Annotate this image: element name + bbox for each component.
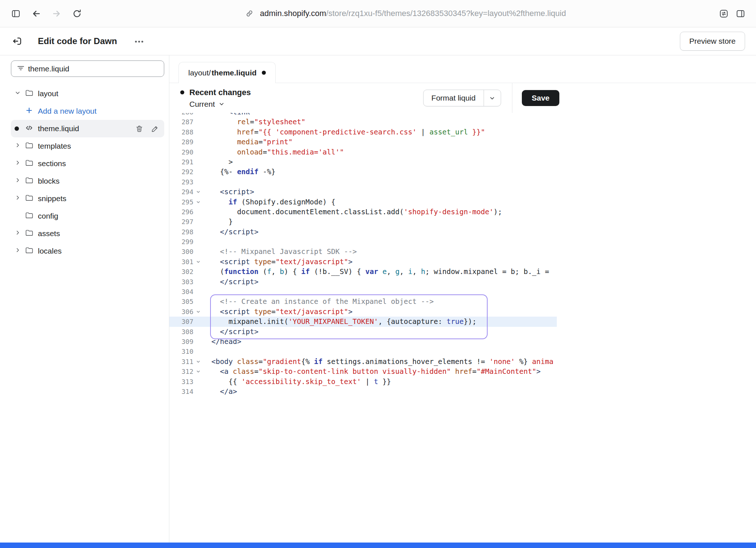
code-line-308[interactable]: 308 </script> — [169, 327, 557, 337]
sidebar-item-label: layout — [38, 89, 58, 98]
line-number: 313 — [169, 377, 193, 387]
code-line-295[interactable]: 295 if (Shopify.designMode) { — [169, 197, 557, 207]
extensions-icon[interactable] — [718, 8, 729, 19]
back-button[interactable] — [31, 8, 42, 19]
format-options-chevron[interactable] — [484, 90, 501, 106]
sidebar-toggle-icon[interactable] — [10, 8, 21, 19]
format-liquid-label: Format liquid — [424, 90, 484, 106]
gutter-spacer — [193, 137, 203, 147]
chevron-down-icon — [489, 95, 496, 102]
code-line-304[interactable]: 304 — [169, 287, 557, 297]
delete-file-button[interactable] — [135, 125, 143, 133]
sidebar-item-label: locales — [38, 247, 62, 255]
file-filter-box[interactable] — [11, 60, 164, 77]
rename-file-button[interactable] — [151, 125, 159, 133]
code-line-311[interactable]: 311 <body class="gradient{% if settings.… — [169, 357, 557, 367]
preview-store-button[interactable]: Preview store — [680, 32, 745, 51]
more-actions-button[interactable] — [134, 36, 145, 47]
gutter-spacer — [193, 247, 203, 257]
sidebar-item-layout[interactable]: layout — [11, 85, 164, 102]
tab-file-name: theme.liquid — [212, 68, 257, 77]
fold-toggle-icon[interactable] — [193, 357, 203, 367]
sidebar-item-sections[interactable]: sections — [11, 155, 164, 172]
gutter-spacer — [193, 297, 203, 306]
sidebar-item-theme-liquid[interactable]: theme.liquid — [11, 120, 164, 137]
format-liquid-button[interactable]: Format liquid — [423, 90, 501, 106]
fold-toggle-icon[interactable] — [193, 257, 203, 267]
tab-theme-liquid[interactable]: layout/theme.liquid — [178, 62, 276, 83]
code-line-306[interactable]: 306 <script type="text/javascript"> — [169, 307, 557, 317]
code-line-310[interactable]: 310 — [169, 347, 557, 356]
save-button[interactable]: Save — [522, 90, 559, 106]
fold-toggle-icon[interactable] — [193, 187, 203, 197]
code-line-293[interactable]: 293 — [169, 177, 557, 187]
code-file-icon — [25, 124, 34, 134]
exit-editor-button[interactable] — [11, 35, 23, 47]
chevron-down-icon[interactable] — [14, 89, 21, 98]
code-line-291[interactable]: 291 > — [169, 157, 557, 167]
line-number: 296 — [169, 207, 193, 217]
code-line-286[interactable]: 286 <link — [169, 113, 557, 117]
gutter-spacer — [193, 277, 203, 287]
code-line-307[interactable]: 307 mixpanel.init('YOUR_MIXPANEL_TOKEN',… — [169, 317, 557, 326]
chevron-right-icon[interactable] — [14, 141, 21, 151]
code-text: media="print" — [203, 137, 557, 147]
code-line-298[interactable]: 298 </script> — [169, 227, 557, 237]
code-line-301[interactable]: 301 <script type="text/javascript"> — [169, 257, 557, 267]
reload-button[interactable] — [71, 8, 82, 19]
code-line-313[interactable]: 313 {{ 'accessibility.skip_to_text' | t … — [169, 377, 557, 387]
chevron-right-icon[interactable] — [14, 229, 21, 238]
line-number: 287 — [169, 117, 193, 127]
code-line-292[interactable]: 292 {%- endif -%} — [169, 167, 557, 177]
code-line-305[interactable]: 305 <!-- Create an instance of the Mixpa… — [169, 297, 557, 306]
sidebar-item-assets[interactable]: assets — [11, 225, 164, 242]
line-number: 306 — [169, 307, 193, 317]
sidebar-item-snippets[interactable]: snippets — [11, 190, 164, 207]
code-line-296[interactable]: 296 document.documentElement.classList.a… — [169, 207, 557, 217]
page-title: Edit code for Dawn — [38, 36, 117, 46]
code-line-303[interactable]: 303 </script> — [169, 277, 557, 287]
fold-toggle-icon[interactable] — [193, 307, 203, 317]
code-line-300[interactable]: 300 <!-- Mixpanel Javascript SDK --> — [169, 247, 557, 257]
code-line-288[interactable]: 288 href="{{ 'component-predictive-searc… — [169, 127, 557, 137]
split-view-icon[interactable] — [735, 8, 746, 19]
line-number: 303 — [169, 277, 193, 287]
line-number: 297 — [169, 217, 193, 227]
sidebar-item-config[interactable]: config — [11, 207, 164, 225]
chevron-right-icon[interactable] — [14, 159, 21, 168]
fold-toggle-icon[interactable] — [193, 197, 203, 207]
version-dropdown[interactable]: Current — [180, 100, 423, 109]
sidebar-item-add-a-new-layout[interactable]: Add a new layout — [11, 102, 164, 120]
chevron-right-icon[interactable] — [14, 194, 21, 203]
folder-icon — [25, 141, 34, 152]
link-icon — [244, 8, 255, 19]
url-path: /store/rzq1xu-f5/themes/132683530345?key… — [326, 9, 566, 18]
code-line-309[interactable]: 309 </head> — [169, 337, 557, 347]
sidebar-item-blocks[interactable]: blocks — [11, 172, 164, 190]
sidebar-item-templates[interactable]: templates — [11, 137, 164, 155]
code-line-297[interactable]: 297 } — [169, 217, 557, 227]
code-line-299[interactable]: 299 — [169, 237, 557, 247]
code-line-287[interactable]: 287 rel="stylesheet" — [169, 117, 557, 127]
line-number: 311 — [169, 357, 193, 367]
code-line-289[interactable]: 289 media="print" — [169, 137, 557, 147]
sidebar-item-locales[interactable]: locales — [11, 242, 164, 260]
code-line-314[interactable]: 314 </a> — [169, 387, 557, 396]
chevron-right-icon[interactable] — [14, 176, 21, 186]
code-text: > — [203, 157, 557, 167]
unsaved-file-dot — [15, 126, 19, 131]
folder-icon — [25, 89, 34, 99]
forward-button[interactable] — [51, 8, 62, 19]
chevron-right-icon[interactable] — [14, 246, 21, 256]
code-line-290[interactable]: 290 onload="this.media='all'" — [169, 147, 557, 157]
code-line-302[interactable]: 302 (function (f, b) { if (!b.__SV) { va… — [169, 267, 557, 277]
file-sidebar: layoutAdd a new layouttheme.liquidtempla… — [0, 55, 169, 548]
code-text — [203, 287, 557, 297]
code-line-294[interactable]: 294 <script> — [169, 187, 557, 197]
fold-toggle-icon[interactable] — [193, 367, 203, 376]
address-bar[interactable]: admin.shopify.com/store/rzq1xu-f5/themes… — [92, 8, 718, 19]
code-editor[interactable]: 286 <link287 rel="stylesheet"288 href="{… — [169, 113, 756, 548]
file-filter-input[interactable] — [27, 64, 159, 74]
code-line-312[interactable]: 312 <a class="skip-to-content-link butto… — [169, 367, 557, 376]
folder-icon — [25, 246, 34, 257]
